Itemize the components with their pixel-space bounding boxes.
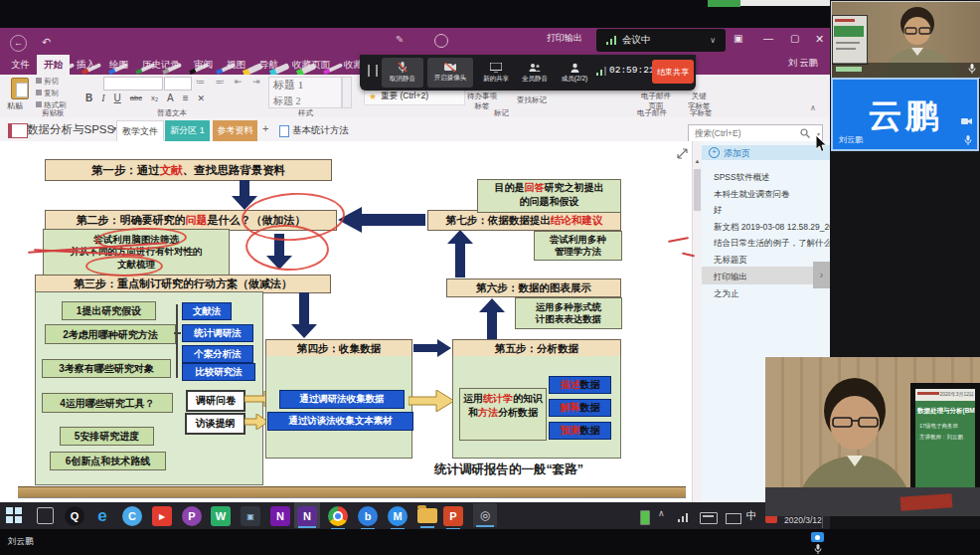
search-input[interactable]	[693, 126, 796, 140]
taskbar-app-cloud[interactable]: C	[122, 506, 142, 526]
clear-format-button[interactable]: ✕	[198, 93, 206, 103]
mute-all-button[interactable]: 全员静音	[517, 58, 553, 88]
page-list-item[interactable]: 无标题页	[714, 255, 747, 267]
taskbar-app-meeting[interactable]: M	[388, 506, 408, 526]
members-button[interactable]: 成员(2/2)	[557, 58, 592, 88]
expand-canvas-icon[interactable]	[677, 148, 688, 159]
font-select[interactable]	[103, 77, 163, 91]
page-list-item[interactable]: 结合日常生活的例子，了解什么是	[714, 238, 841, 250]
ime-indicator[interactable]: 中	[746, 509, 757, 523]
webcam-tile-remote[interactable]	[831, 1, 980, 79]
list-buttons[interactable]: ≔ ≕ ⇤ ⇥	[196, 77, 264, 87]
tab-view[interactable]: 视图	[220, 55, 252, 75]
minimize-button[interactable]: —	[763, 33, 773, 44]
italic-button[interactable]: I	[101, 92, 104, 103]
tab-nav[interactable]: 导航	[252, 55, 285, 75]
align-button[interactable]: ≡	[183, 92, 189, 103]
touch-keyboard-icon[interactable]	[700, 512, 718, 524]
pen-settings-icon[interactable]: ✎	[396, 34, 404, 45]
meeting-status-pill[interactable]: 会议中 ∨	[596, 29, 726, 52]
account-icon[interactable]	[434, 34, 448, 48]
copy-button[interactable]: 复制	[36, 89, 59, 98]
underline-button[interactable]: U	[114, 92, 121, 103]
taskbar-app-onenote2016-active[interactable]: N	[294, 502, 320, 528]
tab-draw[interactable]: 绘图	[102, 55, 135, 75]
styles-scrollbar[interactable]	[342, 77, 352, 108]
taskbar-app-browser[interactable]: b	[358, 506, 378, 526]
taskbar-app-edge[interactable]: e	[92, 506, 112, 526]
tray-chevron-icon[interactable]: ∧	[658, 508, 665, 518]
style-heading2[interactable]: 标题 2	[269, 94, 341, 108]
add-section-button[interactable]: +	[262, 122, 268, 134]
page-list-item[interactable]: 好	[714, 205, 723, 217]
page-list-item[interactable]: SPSS软件概述	[714, 172, 770, 184]
signed-in-user[interactable]: 刘 云鹏	[788, 57, 818, 70]
webcam-window-presenter[interactable]: 2020年3月12日 数据处理与分析(BM3) 17级电子商务班 主讲教师：刘云…	[765, 357, 980, 516]
styles-gallery[interactable]: 标题 1 标题 2	[268, 77, 342, 108]
bold-button[interactable]: B	[85, 92, 92, 103]
page-list-expand-tab[interactable]: ›	[813, 262, 830, 288]
tab-history[interactable]: 历史记录	[135, 55, 187, 75]
battery-icon[interactable]	[640, 510, 650, 525]
overlay-camera-icon[interactable]	[811, 532, 824, 542]
task-view-button[interactable]	[37, 507, 54, 524]
toolbar-drag-handle[interactable]	[368, 65, 378, 77]
subscript-button[interactable]: x₂	[151, 93, 158, 102]
scrollbar-thumb[interactable]	[694, 169, 701, 211]
taskbar-app-explorer[interactable]	[417, 508, 437, 523]
new-share-button[interactable]: 新的共享	[479, 58, 513, 88]
page-list-item[interactable]: 新文档 2019-03-08 12.58.29_20	[714, 222, 834, 234]
taskbar-app-powerpoint[interactable]: P	[443, 506, 463, 526]
section-tab-new[interactable]: 新分区 1	[165, 120, 210, 141]
paste-icon[interactable]	[11, 78, 29, 99]
page-tab-label[interactable]: 基本统计方法	[292, 124, 349, 137]
tab-file[interactable]: 文件	[4, 55, 37, 75]
taskbar-app-qq[interactable]: Q	[65, 506, 84, 526]
start-button[interactable]	[6, 507, 22, 523]
maximize-button[interactable]: ▢	[790, 33, 799, 44]
style-heading1[interactable]: 标题 1	[269, 78, 341, 92]
unmute-button[interactable]: 取消静音	[382, 58, 423, 88]
strikethrough-button[interactable]: abc	[130, 93, 142, 102]
notebook-name[interactable]: 数据分析与SPSS	[27, 122, 114, 137]
add-page-bar[interactable]: + 添加页	[702, 145, 830, 160]
font-size-select[interactable]	[164, 77, 192, 91]
page-list-item[interactable]: 本科生就业调查问卷	[714, 189, 790, 201]
taskbar-app-photos[interactable]: ▣	[241, 506, 260, 526]
close-button[interactable]: ✕	[815, 33, 824, 46]
page-list-item-selected[interactable]: 打印输出	[714, 272, 747, 283]
network-icon[interactable]	[678, 511, 690, 522]
tab-insert[interactable]: 插入	[70, 55, 102, 75]
start-camera-button[interactable]: 开启摄像头	[427, 58, 473, 88]
scrollbar-up-arrow[interactable]: ▲	[693, 157, 702, 166]
overlay-mic-icon[interactable]	[814, 544, 822, 554]
monitor-mode-icon[interactable]: ▣	[734, 33, 742, 44]
chevron-down-icon[interactable]: ∨	[710, 36, 716, 45]
search-icon[interactable]	[800, 128, 810, 138]
back-button[interactable]: ←	[10, 35, 27, 52]
tab-review[interactable]: 审阅	[187, 55, 220, 75]
section-tab-teaching[interactable]: 教学文件	[116, 120, 164, 142]
taskbar-app-video[interactable]: ▶	[152, 506, 172, 526]
taskbar-app-chrome[interactable]	[328, 506, 348, 526]
taskbar-app-recorder[interactable]: ◎	[473, 503, 497, 527]
cut-button[interactable]: 剪切	[36, 77, 59, 87]
taskbar-app-player[interactable]: P	[182, 506, 202, 526]
undo-button[interactable]: ↶	[42, 36, 51, 49]
tab-fav-pages[interactable]: 收藏页面	[285, 55, 337, 75]
end-share-button[interactable]: 结束共享	[652, 60, 694, 84]
font-color-button[interactable]: A	[167, 92, 174, 103]
flow-arrow-right	[413, 339, 451, 357]
find-tags-button[interactable]: 查找标记	[517, 95, 547, 105]
display-icon[interactable]	[726, 513, 741, 524]
tab-home[interactable]: 开始	[37, 55, 70, 75]
taskbar-app-wechat[interactable]: W	[211, 506, 231, 526]
todo-tag-button[interactable]: 待办事项标签	[467, 92, 497, 111]
paste-button[interactable]: 粘贴	[7, 100, 23, 111]
taskbar-app-onenote[interactable]: N	[270, 506, 290, 526]
clock-date[interactable]: 2020/3/12	[784, 515, 822, 525]
participant-tile-self[interactable]: 云鹏 刘云鹏	[831, 78, 979, 151]
collapse-ribbon-icon[interactable]: ∧	[810, 103, 816, 112]
page-list-item[interactable]: 之为止	[714, 288, 739, 300]
section-tab-reference[interactable]: 参考资料	[213, 120, 257, 141]
